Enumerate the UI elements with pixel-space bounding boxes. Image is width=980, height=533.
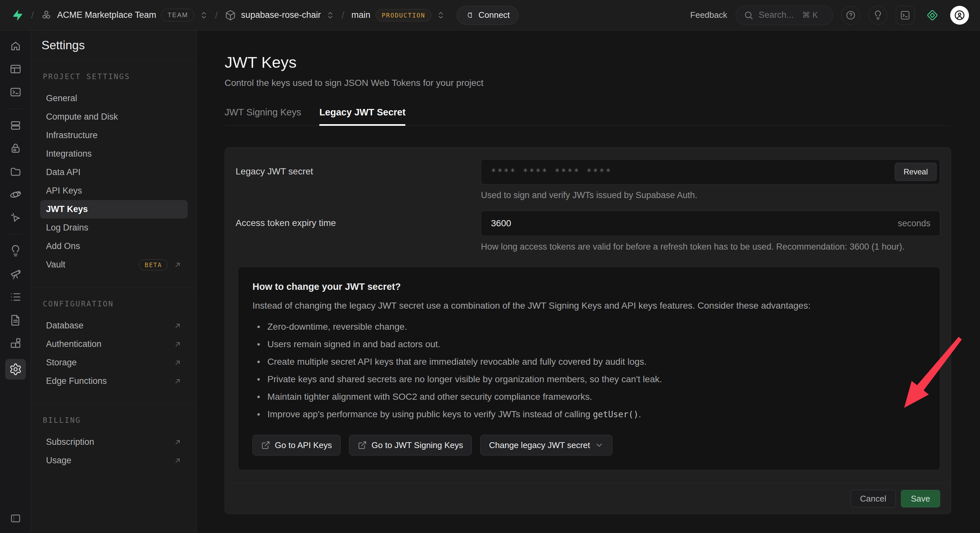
- chevron-down-icon: [595, 440, 604, 450]
- expiry-unit-label: seconds: [898, 211, 931, 236]
- topbar-right-group: Feedback Search... ⌘ K: [690, 5, 969, 25]
- sidebar-item-add-ons[interactable]: Add Ons: [40, 237, 188, 255]
- breadcrumb-separator: /: [342, 10, 344, 21]
- breadcrumb-separator: /: [215, 10, 218, 21]
- search-input[interactable]: Search... ⌘ K: [736, 5, 833, 25]
- access-token-expiry-help: How long access tokens are valid for bef…: [481, 242, 940, 252]
- search-icon: [744, 10, 754, 20]
- settings-sidebar: Settings PROJECT SETTINGS General Comput…: [31, 30, 197, 533]
- logs-list-icon: [9, 290, 22, 303]
- sidebar-item-subscription[interactable]: Subscription: [40, 433, 188, 451]
- sidebar-item-compute-and-disk[interactable]: Compute and Disk: [40, 108, 188, 126]
- home-nav-item[interactable]: [5, 39, 26, 53]
- top-navigation-bar: / ACME Marketplace Team TEAM / supabase-…: [0, 0, 980, 30]
- org-selector-chevrons-icon[interactable]: [200, 10, 208, 20]
- panel-intro: Instead of changing the legacy JWT secre…: [253, 300, 926, 311]
- sidebar-item-edge-functions[interactable]: Edge Functions: [40, 372, 188, 390]
- authentication-nav-item[interactable]: [5, 141, 26, 156]
- sql-editor-icon: [9, 86, 22, 99]
- external-link-arrow-icon: [173, 438, 182, 447]
- go-to-api-keys-button[interactable]: Go to API Keys: [253, 435, 340, 455]
- realtime-cursor-icon: [9, 211, 22, 224]
- breadcrumb-branch[interactable]: main PRODUCTION: [351, 9, 445, 21]
- go-to-jwt-signing-keys-button[interactable]: Go to JWT Signing Keys: [349, 435, 472, 455]
- access-token-expiry-input[interactable]: [481, 211, 940, 236]
- feedback-link[interactable]: Feedback: [690, 10, 727, 20]
- sidebar-item-database[interactable]: Database: [40, 316, 188, 335]
- legacy-jwt-secret-row: Legacy JWT secret Reveal Used to sign an…: [225, 147, 951, 200]
- sidebar-item-infrastructure[interactable]: Infrastructure: [40, 126, 188, 145]
- change-jwt-secret-panel: How to change your JWT secret? Instead o…: [238, 267, 940, 470]
- external-link-arrow-icon: [173, 377, 182, 386]
- sidebar-item-general[interactable]: General: [40, 89, 188, 108]
- sidebar-item-usage[interactable]: Usage: [40, 451, 188, 470]
- legacy-jwt-secret-label: Legacy JWT secret: [235, 159, 450, 177]
- external-link-arrow-icon: [173, 322, 182, 330]
- branch-selector-chevrons-icon[interactable]: [436, 10, 445, 20]
- assistant-button[interactable]: [923, 6, 942, 25]
- project-settings-nav-item[interactable]: [5, 359, 26, 380]
- breadcrumb-project[interactable]: supabase-rose-chair: [225, 10, 334, 21]
- integrations-nav-item[interactable]: [5, 336, 26, 350]
- connect-button-label: Connect: [478, 10, 510, 20]
- sidebar-item-api-keys[interactable]: API Keys: [40, 182, 188, 200]
- project-name: supabase-rose-chair: [241, 10, 321, 20]
- org-name: ACME Marketplace Team: [57, 10, 156, 20]
- table-editor-nav-item[interactable]: [5, 62, 26, 76]
- access-token-expiry-row: Access token expiry time seconds How lon…: [225, 211, 951, 252]
- access-token-expiry-label: Access token expiry time: [235, 211, 450, 228]
- external-link-arrow-icon: [173, 340, 182, 348]
- branch-name: main: [351, 10, 371, 20]
- sidebar-item-authentication[interactable]: Authentication: [40, 335, 188, 353]
- sidebar-item-storage[interactable]: Storage: [40, 353, 188, 372]
- reveal-button[interactable]: Reveal: [895, 163, 937, 181]
- beta-badge: BETA: [139, 259, 167, 270]
- api-docs-nav-item[interactable]: [5, 313, 26, 327]
- cancel-button[interactable]: Cancel: [851, 490, 896, 507]
- sidebar-item-vault[interactable]: Vault BETA: [40, 255, 188, 274]
- advisors-nav-item[interactable]: [5, 244, 26, 258]
- list-item: Maintain tighter alignment with SOC2 and…: [253, 389, 926, 404]
- reports-nav-item[interactable]: [5, 267, 26, 281]
- sidebar-item-jwt-keys[interactable]: JWT Keys: [40, 200, 188, 219]
- sql-editor-nav-item[interactable]: [5, 85, 26, 99]
- sidebar-title: Settings: [31, 30, 197, 61]
- breadcrumb-org[interactable]: ACME Marketplace Team TEAM: [41, 9, 208, 21]
- sidebar-item-log-drains[interactable]: Log Drains: [40, 219, 188, 237]
- command-menu-button[interactable]: [896, 6, 915, 25]
- external-link-icon: [261, 440, 270, 450]
- external-link-arrow-icon: [173, 261, 182, 269]
- logs-nav-item[interactable]: [5, 290, 26, 304]
- notifications-button[interactable]: [869, 6, 887, 25]
- tab-jwt-signing-keys[interactable]: JWT Signing Keys: [224, 107, 301, 126]
- help-button[interactable]: [841, 6, 860, 25]
- sidebar-item-data-api[interactable]: Data API: [40, 163, 188, 182]
- search-shortcut: ⌘ K: [802, 10, 818, 20]
- edge-functions-orbit-icon: [9, 188, 22, 201]
- rail-divider: [8, 234, 23, 235]
- database-nav-item[interactable]: [5, 118, 26, 132]
- collapse-sidebar-button[interactable]: [5, 511, 26, 525]
- advisors-lightbulb-icon: [9, 244, 22, 257]
- rail-divider: [8, 109, 23, 109]
- change-legacy-jwt-secret-dropdown[interactable]: Change legacy JWT secret: [480, 435, 612, 455]
- save-button[interactable]: Save: [901, 490, 940, 507]
- edge-functions-nav-item[interactable]: [5, 187, 26, 202]
- realtime-nav-item[interactable]: [5, 211, 26, 225]
- supabase-logo-icon[interactable]: [11, 9, 24, 22]
- lightbulb-icon: [873, 10, 883, 21]
- user-avatar[interactable]: [950, 6, 969, 25]
- reports-telescope-icon: [9, 268, 22, 281]
- plug-icon: [465, 11, 474, 20]
- org-plan-badge: TEAM: [161, 9, 194, 21]
- advantages-list: Zero-downtime, reversible change. Users …: [253, 319, 926, 422]
- list-item: Improve app's performance by using publi…: [253, 407, 926, 422]
- project-selector-chevrons-icon[interactable]: [326, 10, 334, 20]
- tab-legacy-jwt-secret[interactable]: Legacy JWT Secret: [319, 107, 406, 126]
- storage-nav-item[interactable]: [5, 164, 26, 179]
- external-link-icon: [358, 440, 367, 450]
- connect-button[interactable]: Connect: [457, 6, 519, 25]
- sidebar-item-integrations[interactable]: Integrations: [40, 145, 188, 163]
- api-docs-file-icon: [9, 313, 22, 327]
- legacy-jwt-secret-input[interactable]: [481, 159, 940, 185]
